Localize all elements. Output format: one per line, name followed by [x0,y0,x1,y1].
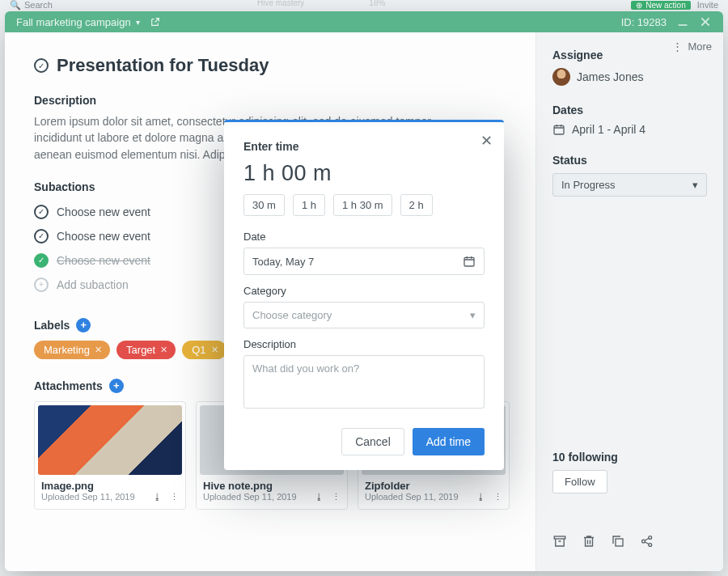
task-card-header: Fall marketing campaign ▾ ID: 19283 [5,11,723,32]
follow-button[interactable]: Follow [552,470,607,493]
download-icon[interactable]: ⭳ [476,492,485,502]
new-action-button[interactable]: ⊕ New action [631,1,690,10]
task-sidebar: ⋮More Assignee James Jones Dates April 1… [535,32,723,571]
status-select[interactable]: In Progress ▾ [552,173,707,197]
close-icon[interactable]: ✕ [480,132,493,150]
label-chip[interactable]: Marketing✕ [34,341,110,359]
calendar-icon [463,255,476,268]
modal-title: Enter time [243,140,485,153]
more-icon[interactable]: ⋮ [332,492,341,502]
assignee-name: James Jones [577,70,643,83]
time-display[interactable]: 1 h 00 m [243,161,485,186]
enter-time-modal: ✕ Enter time 1 h 00 m 30 m 1 h 1 h 30 m … [224,120,504,470]
labels-heading: Labels [34,319,70,332]
check-icon[interactable]: ✓ [34,205,49,219]
svg-rect-0 [554,125,564,134]
svg-rect-2 [616,539,623,546]
date-value: Today, May 7 [252,256,314,268]
check-icon[interactable]: ✓ [34,253,49,268]
plus-icon: + [34,277,49,292]
dates-heading: Dates [552,104,707,116]
attachment-card[interactable]: Image.png Uploaded Sep 11, 2019 ⭳⋮ [34,401,186,510]
avatar [552,68,570,86]
project-switcher[interactable]: Fall marketing campaign ▾ [16,16,160,28]
time-preset-button[interactable]: 30 m [243,194,285,216]
date-range: April 1 - April 4 [572,123,645,136]
task-title: Presentation for Tuesday [57,55,269,76]
calendar-icon [552,123,565,136]
modal-description-label: Description [243,338,485,350]
followers-count: 10 following [552,451,707,464]
remove-label-icon[interactable]: ✕ [95,345,102,355]
more-icon: ⋮ [672,40,683,53]
archive-icon[interactable] [552,534,567,548]
attachment-filename: Hive note.png [200,480,344,492]
attachment-thumbnail [38,405,182,475]
attachments-heading: Attachments [34,379,103,392]
check-icon[interactable]: ✓ [34,229,49,244]
dates-row[interactable]: April 1 - April 4 [552,123,707,136]
close-icon[interactable] [699,15,712,28]
more-icon[interactable]: ⋮ [493,492,502,502]
label-chip[interactable]: Target✕ [116,341,176,359]
svg-rect-6 [464,257,474,266]
time-preset-button[interactable]: 1 h 30 m [333,194,392,216]
time-preset-button[interactable]: 1 h [293,194,325,216]
more-icon[interactable]: ⋮ [170,492,179,502]
attachment-meta: Uploaded Sep 11, 2019 [41,492,135,502]
project-name: Fall marketing campaign [16,16,131,28]
category-select[interactable]: Choose category ▾ [243,302,485,328]
chevron-down-icon: ▾ [470,309,476,321]
status-value: In Progress [561,179,615,191]
add-attachment-button[interactable]: + [109,379,124,393]
complete-task-icon[interactable]: ✓ [34,58,49,73]
attachment-filename: Zipfolder [362,480,506,492]
download-icon[interactable]: ⭳ [153,492,162,502]
app-topbar: 🔍 Search Hive mastery 18% ⊕ New action I… [0,0,728,10]
chevron-down-icon: ▾ [136,18,140,27]
description-textarea[interactable] [243,355,485,409]
add-time-button[interactable]: Add time [413,428,485,455]
hive-mastery-label: Hive mastery [257,0,304,7]
cancel-button[interactable]: Cancel [341,428,404,455]
attachment-meta: Uploaded Sep 11, 2019 [203,492,297,502]
more-menu[interactable]: ⋮More [672,40,712,53]
download-icon[interactable]: ⭳ [315,492,324,502]
assignee-row[interactable]: James Jones [552,68,707,86]
copy-icon[interactable] [611,534,625,548]
chevron-down-icon: ▾ [692,179,698,191]
open-external-icon[interactable] [150,17,160,28]
category-placeholder: Choose category [252,309,332,321]
label-chip[interactable]: Q1✕ [182,341,226,359]
attachment-filename: Image.png [38,480,182,492]
remove-label-icon[interactable]: ✕ [160,345,167,355]
date-label: Date [243,231,485,243]
task-id: ID: 19283 [621,16,667,28]
time-preset-button[interactable]: 2 h [400,194,433,216]
attachment-meta: Uploaded Sep 11, 2019 [365,492,459,502]
add-label-button[interactable]: + [76,318,91,332]
minimize-icon[interactable] [676,15,689,28]
remove-label-icon[interactable]: ✕ [211,345,218,355]
search-placeholder: Search [24,0,53,10]
svg-rect-1 [554,536,565,539]
date-field[interactable]: Today, May 7 [243,248,485,275]
category-label: Category [243,285,485,297]
status-heading: Status [552,154,707,167]
invite-button[interactable]: Invite [697,0,718,10]
share-icon[interactable] [640,534,654,548]
trash-icon[interactable] [582,534,596,548]
search-icon: 🔍 [10,0,21,11]
description-heading: Description [34,94,510,107]
hive-mastery-pct: 18% [369,0,385,7]
